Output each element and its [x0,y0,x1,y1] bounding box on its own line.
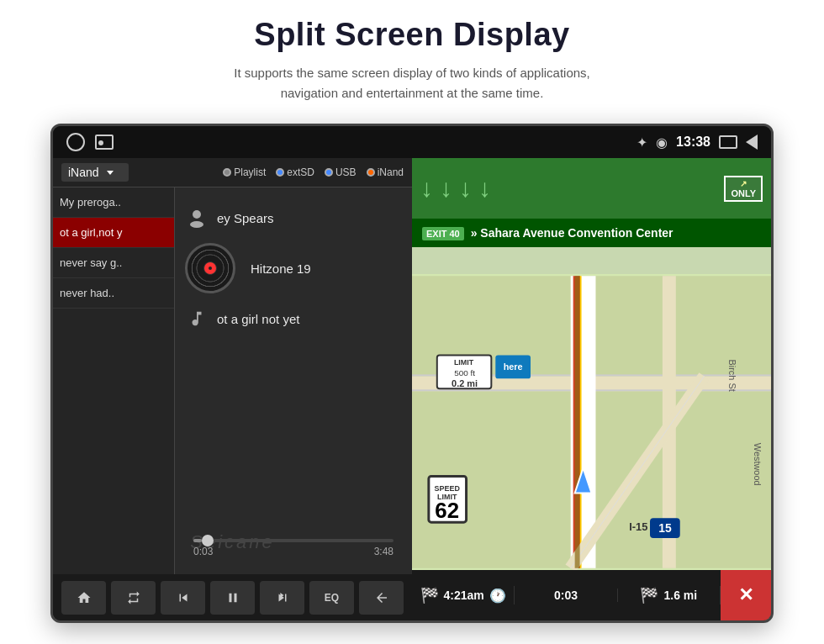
navigation-panel: ↓ ↓ ↓ ↓ ↗ ONLY EXIT 40 » Sahara Avenue C… [412,158,771,620]
artist-name: ey Spears [217,211,274,225]
arrow-down-1: ↓ [420,174,433,203]
source-tab-playlist[interactable]: Playlist [223,166,266,178]
time-row: 0:03 3:48 [193,546,394,557]
dropdown-arrow-icon [107,171,114,175]
svg-text:15: 15 [658,521,672,535]
status-left-icons [66,133,114,151]
only-sign: ↗ ONLY [724,176,763,202]
song-item-2[interactable]: never say g.. [53,248,174,278]
source-tabs: Playlist extSD USB iNand [223,166,404,178]
back-button[interactable] [359,581,404,615]
eq-button[interactable]: EQ [309,581,354,615]
nav-map: LIMIT here 500 ft 0.2 mi Birch St Westwo… [412,274,771,570]
play-pause-button[interactable] [210,581,255,615]
bluetooth-icon: ✦ [636,135,647,150]
arrow-down-2: ↓ [440,174,452,203]
title-row: ot a girl not yet [185,307,402,330]
vinyl-disc-icon [185,243,235,293]
nav-direction-box: EXIT 40 » Sahara Avenue Convention Cente… [412,219,771,247]
distance-flag-icon: 🏁 [640,586,658,604]
radio-dot-usb [325,168,333,177]
source-tab-inand[interactable]: iNand [367,166,404,178]
image-icon [95,135,114,150]
page-title: Split Screen Display [254,17,569,53]
eta-flag-icon: 🏁 [420,586,439,604]
radio-dot-playlist [223,168,231,177]
source-tab-extsd[interactable]: extSD [276,166,314,178]
svg-text:LIMIT: LIMIT [454,358,474,367]
only-label: ONLY [731,188,756,198]
back-nav-icon [746,135,758,150]
nav-distance: 🏁 1.6 mi [618,586,721,604]
location-icon: ◉ [656,135,668,150]
time-total: 3:48 [374,546,394,557]
home-button[interactable] [61,581,106,615]
device-frame: ✦ ◉ 13:38 iNand Playlist [50,124,774,623]
song-item-1[interactable]: ot a girl,not y [53,218,174,248]
prev-button[interactable] [161,581,205,615]
svg-text:500 ft: 500 ft [454,368,475,377]
svg-text:I-15: I-15 [629,520,647,533]
source-tab-usb[interactable]: USB [325,166,357,178]
distance-remaining: 1.6 mi [663,589,697,602]
track-meta: ey Spears Hitzone 19 [185,206,402,330]
progress-bar[interactable] [193,539,394,542]
map-svg: LIMIT here 500 ft 0.2 mi Birch St Westwo… [412,274,771,570]
nav-travel-time: 0:03 [515,589,617,602]
arrow-down-3: ↓ [459,174,472,203]
progress-section: 0:03 3:48 [185,539,402,564]
source-dropdown[interactable]: iNand [61,163,129,182]
highway-sign-top: ↓ ↓ ↓ ↓ ↗ ONLY [412,158,771,219]
exit-badge: EXIT 40 [422,227,464,240]
player-info: ey Spears Hitzone 19 [175,187,412,574]
travel-time: 0:03 [554,589,578,602]
note-icon [185,307,209,330]
progress-fill [193,539,202,542]
progress-thumb[interactable] [202,535,214,546]
radio-dot-inand [367,168,375,177]
close-icon: ✕ [738,584,753,606]
artist-row: ey Spears [185,206,402,230]
album-name: Hitzone 19 [251,261,311,276]
svg-text:Birch St: Birch St [727,360,737,392]
repeat-button[interactable] [111,581,156,615]
nav-bottom-bar: 🏁 4:21am 🕐 0:03 🏁 1.6 mi ✕ [412,570,771,620]
window-icon [719,135,737,149]
album-row: Hitzone 19 [185,243,402,293]
svg-text:62: 62 [435,499,459,522]
eta-clock-icon: 🕐 [489,588,506,604]
direction-text: » Sahara Avenue Convention Center [471,226,673,240]
circle-icon [66,133,85,151]
svg-rect-12 [575,276,580,568]
svg-point-0 [193,210,201,219]
status-bar: ✦ ◉ 13:38 [53,126,771,158]
radio-dot-extsd [276,168,284,177]
song-item-0[interactable]: My preroga.. [53,187,174,218]
nav-close-button[interactable]: ✕ [721,570,771,620]
time-current: 0:03 [193,546,213,557]
page-subtitle: It supports the same screen display of t… [234,63,590,103]
svg-text:Westwood: Westwood [753,443,763,486]
playback-controls: EQ [53,574,412,620]
svg-text:0.2 mi: 0.2 mi [452,378,478,388]
nav-eta: 🏁 4:21am 🕐 [412,586,515,604]
track-title: ot a girl not yet [217,312,299,326]
song-item-3[interactable]: never had.. [53,278,174,309]
source-dropdown-label: iNand [68,166,99,179]
vinyl-center [204,262,216,274]
status-right-icons: ✦ ◉ 13:38 [636,135,758,150]
eta-time: 4:21am [444,589,484,602]
svg-text:SPEED: SPEED [435,484,461,493]
playlist-selector: iNand Playlist extSD USB [53,158,412,187]
music-player-panel: iNand Playlist extSD USB [53,158,412,620]
song-list: My preroga.. ot a girl,not y never say g… [53,187,175,574]
svg-point-1 [190,221,203,228]
arrow-down-4: ↓ [478,174,491,203]
eq-label: EQ [325,592,339,604]
arrow-up-right: ↗ [740,179,747,188]
next-button[interactable] [260,581,304,615]
player-main: My preroga.. ot a girl,not y never say g… [53,187,412,574]
main-area: iNand Playlist extSD USB [53,158,771,620]
status-time: 13:38 [676,135,710,150]
svg-text:here: here [504,362,523,372]
